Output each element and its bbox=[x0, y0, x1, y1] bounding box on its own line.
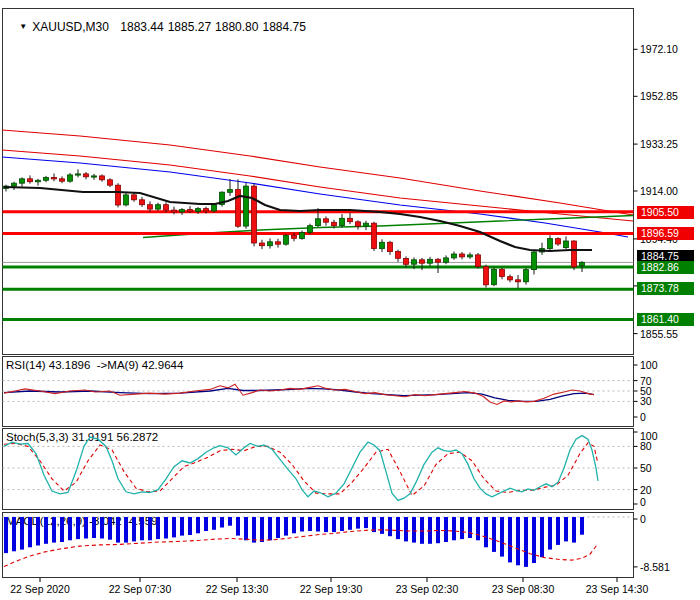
indicator-scale-label: 100 bbox=[640, 359, 658, 371]
indicator-scale-label: 0 bbox=[640, 496, 646, 508]
trading-chart-window: ▼XAUUSD,M30 1883.441885.271880.801884.75… bbox=[0, 0, 700, 600]
symbol-period-label: XAUUSD,M30 bbox=[32, 20, 109, 34]
chart-header: ▼XAUUSD,M30 1883.441885.271880.801884.75 bbox=[6, 6, 310, 48]
close-value: 1884.75 bbox=[262, 20, 305, 34]
chart-canvas[interactable] bbox=[0, 0, 700, 600]
indicator-scale-label: -8.581 bbox=[640, 561, 670, 573]
price-tick-label: 1952.85 bbox=[640, 90, 678, 102]
indicator-scale-label: 0 bbox=[640, 411, 646, 423]
price-marker-green: 1873.78 bbox=[637, 282, 694, 295]
indicator-scale-label: 80 bbox=[640, 440, 652, 452]
price-tick-label: 1855.55 bbox=[640, 328, 678, 340]
macd-label: MACD(12,26,9) -3.042 -4.559 bbox=[6, 515, 158, 527]
time-tick-label: 23 Sep 08:30 bbox=[492, 583, 554, 595]
low-value: 1880.80 bbox=[215, 20, 258, 34]
price-marker-red: 1905.50 bbox=[637, 206, 694, 219]
time-tick-label: 22 Sep 13:30 bbox=[206, 583, 268, 595]
price-marker-red: 1896.59 bbox=[637, 227, 694, 240]
time-tick-label: 22 Sep 07:30 bbox=[109, 583, 171, 595]
symbol-dropdown-icon[interactable]: ▼ bbox=[19, 22, 27, 31]
indicator-scale-label: 30 bbox=[640, 395, 652, 407]
rsi-label: RSI(14) 43.1896 ->MA(9) 42.9644 bbox=[6, 359, 183, 371]
time-tick-label: 23 Sep 14:30 bbox=[586, 583, 648, 595]
price-marker-green: 1861.40 bbox=[637, 313, 694, 326]
stoch-label: Stoch(5,3,3) 31.9191 56.2872 bbox=[6, 431, 158, 443]
price-tick-label: 1933.25 bbox=[640, 138, 678, 150]
indicator-scale-label: 50 bbox=[640, 462, 652, 474]
time-tick-label: 22 Sep 2020 bbox=[10, 583, 70, 595]
price-marker-green: 1882.86 bbox=[637, 261, 694, 274]
indicator-scale-label: 0 bbox=[640, 513, 646, 525]
price-tick-label: 1972.10 bbox=[640, 43, 678, 55]
high-value: 1885.27 bbox=[168, 20, 211, 34]
open-value: 1883.44 bbox=[120, 20, 163, 34]
price-tick-label: 1914.00 bbox=[640, 185, 678, 197]
time-tick-label: 22 Sep 19:30 bbox=[300, 583, 362, 595]
indicator-scale-label: 20 bbox=[640, 484, 652, 496]
time-tick-label: 23 Sep 02:30 bbox=[396, 583, 458, 595]
